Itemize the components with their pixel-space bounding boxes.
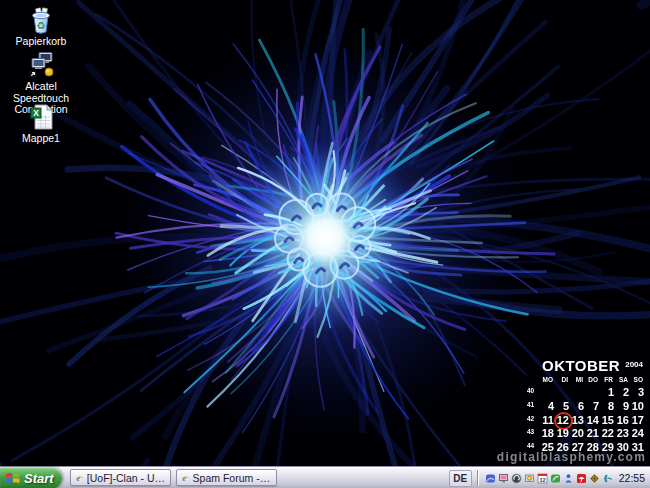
taskbar-window-label: Spam Forum -- [UoF]-... xyxy=(193,472,272,484)
excel-workbook-icon: X xyxy=(25,102,57,132)
windows-flag-icon xyxy=(5,471,21,485)
calendar-day-header: MO xyxy=(541,376,556,386)
svg-text:e: e xyxy=(182,473,186,482)
calendar-year: 2004 xyxy=(625,360,643,369)
calendar-week-number: 40 xyxy=(527,386,541,400)
calendar-day xyxy=(541,386,556,399)
calendar-grid: MODIMIDOFRSASO40123414567891042111213141… xyxy=(527,376,646,455)
calendar-day: 5 xyxy=(556,400,571,413)
calendar-day-header: SA xyxy=(616,376,631,386)
recycle-bin-icon: ♻ xyxy=(25,5,57,35)
calendar-day: 20 xyxy=(571,427,586,440)
calendar-day: 16 xyxy=(616,414,631,427)
messenger-icon[interactable] xyxy=(485,473,496,484)
display-settings-icon[interactable] xyxy=(498,473,509,484)
calendar-day-header: DI xyxy=(556,376,571,386)
cd-tool-icon[interactable] xyxy=(589,473,600,484)
internet-explorer-icon: e xyxy=(75,472,84,484)
calendar-day: 6 xyxy=(571,400,586,413)
calendar-week-number: 43 xyxy=(527,427,541,441)
calendar-day: 22 xyxy=(601,427,616,440)
scheduler-icon[interactable] xyxy=(524,473,535,484)
calendar-day: 24 xyxy=(631,427,646,440)
calendar-day-header: MI xyxy=(571,376,586,386)
calendar-day: 13 xyxy=(571,414,586,427)
contact-online-icon[interactable] xyxy=(563,473,574,484)
language-indicator[interactable]: DE xyxy=(449,470,472,487)
calendar-day: 21 xyxy=(586,427,601,440)
antivir-guard-icon[interactable] xyxy=(576,473,587,484)
desktop-icon-label: Papierkorb xyxy=(16,36,67,48)
tray-divider xyxy=(477,470,479,486)
svg-text:♻: ♻ xyxy=(37,20,46,31)
calendar-day-header: SO xyxy=(631,376,646,386)
calendar-day: 7 xyxy=(586,400,601,413)
wallpaper-calendar: OKTOBER 2004 MODIMIDOFRSASO4012341456789… xyxy=(527,357,646,455)
speedtouch-modem-icon[interactable] xyxy=(602,473,613,484)
desktop-icon-mappe1[interactable]: X Mappe1 xyxy=(2,102,80,145)
calendar-day: 19 xyxy=(556,427,571,440)
calendar-day: 17 xyxy=(631,414,646,427)
green-utility-icon[interactable] xyxy=(550,473,561,484)
calendar-day: 15 xyxy=(601,414,616,427)
taskbar-window-label: [UoF]-Clan - Union of... xyxy=(87,472,166,484)
calendar-day: 18 xyxy=(541,427,556,440)
calendar-day xyxy=(586,386,601,399)
calendar-day: 1 xyxy=(601,386,616,399)
desktop-icon-recycle-bin[interactable]: ♻ Papierkorb xyxy=(2,5,80,48)
svg-text:e: e xyxy=(76,473,80,482)
calendar-header: OKTOBER 2004 xyxy=(527,357,646,374)
auto-update-icon[interactable] xyxy=(511,473,522,484)
calendar-corner xyxy=(527,376,541,386)
calendar-day: 10 xyxy=(631,400,646,413)
calendar-day: 14 xyxy=(586,414,601,427)
calendar-month-title: OKTOBER xyxy=(542,357,620,374)
calendar-day-header: FR xyxy=(601,376,616,386)
calendar-day: 4 xyxy=(541,400,556,413)
calendar-day: 12 xyxy=(556,414,571,427)
calendar-day: 9 xyxy=(616,400,631,413)
calendar-day: 3 xyxy=(631,386,646,399)
system-tray: DE 12 xyxy=(447,467,650,488)
svg-text:12: 12 xyxy=(539,476,545,482)
taskbar-window-spam-forum[interactable]: e Spam Forum -- [UoF]-... xyxy=(176,469,277,486)
calendar-day xyxy=(571,386,586,399)
calendar-day: 2 xyxy=(616,386,631,399)
calendar-day: 8 xyxy=(601,400,616,413)
calendar-week-number: 41 xyxy=(527,400,541,414)
dialup-connection-icon xyxy=(25,50,57,80)
calendar-day: 23 xyxy=(616,427,631,440)
start-button[interactable]: Start xyxy=(0,467,62,488)
desktop-icon-label: Mappe1 xyxy=(22,133,60,145)
calendar-date-icon[interactable]: 12 xyxy=(537,473,548,484)
svg-text:X: X xyxy=(33,108,39,118)
start-button-label: Start xyxy=(24,471,54,486)
taskbar-window-uof-clan[interactable]: e [UoF]-Clan - Union of... xyxy=(70,469,171,486)
internet-explorer-icon: e xyxy=(181,472,190,484)
calendar-day xyxy=(556,386,571,399)
taskbar: Start e [UoF]-Clan - Union of... e Spam … xyxy=(0,466,650,488)
calendar-week-number: 42 xyxy=(527,414,541,428)
artist-watermark: digitalblasphemy.com xyxy=(497,450,646,464)
taskbar-clock[interactable]: 22:55 xyxy=(619,472,645,484)
calendar-day-header: DO xyxy=(586,376,601,386)
